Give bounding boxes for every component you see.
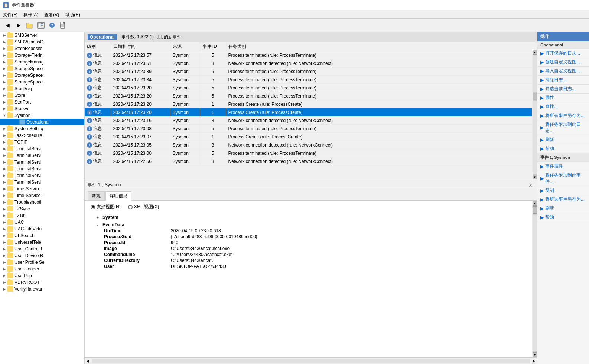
sidebar-item-uac-filevirt[interactable]: ▶ UAC-FileVirtu: [0, 226, 84, 232]
sidebar-item-storagemanag[interactable]: ▶ StorageManag: [0, 59, 84, 65]
sidebar-item-smbserver[interactable]: ▶ SMBServer: [0, 32, 84, 39]
sidebar-item-uisearch[interactable]: ▶ UI-Search: [0, 232, 84, 239]
radio-friendly-view[interactable]: 友好视图(N): [91, 204, 121, 210]
horizontal-scroll-track[interactable]: [92, 359, 530, 363]
scroll-left-btn[interactable]: ◀: [85, 359, 91, 363]
action-event-properties[interactable]: ▶ 事件属性: [537, 162, 589, 171]
expand-icon: ▶: [1, 46, 7, 52]
menu-file[interactable]: 文件(F): [0, 11, 20, 17]
sidebar-item-userloader[interactable]: ▶ User-Loader: [0, 266, 84, 272]
table-row[interactable]: i信息2020/4/15 17:23:20Sysmon1Process Crea…: [85, 108, 537, 117]
table-row[interactable]: i信息2020/4/15 17:23:07Sysmon1Process Crea…: [85, 133, 537, 141]
cell-level: i信息: [85, 108, 111, 117]
back-button[interactable]: ◀: [2, 20, 13, 30]
sidebar-item-terminalservi3[interactable]: ▶ TerminalServi: [0, 159, 84, 165]
sidebar-item-storsvc[interactable]: ▶ Storsvc: [0, 105, 84, 112]
sidebar-item-vdrvroot[interactable]: ▶ VDRVROOT: [0, 279, 84, 286]
menu-action[interactable]: 操作(A): [20, 11, 41, 17]
action-help2[interactable]: ▶ 帮助: [537, 213, 589, 222]
vertical-scrollbar[interactable]: ▲ ▼: [532, 50, 537, 180]
sidebar-item-userdevice[interactable]: ▶ User Device R: [0, 252, 84, 259]
table-row[interactable]: i信息2020/4/15 17:22:56Sysmon3Network conn…: [85, 157, 537, 165]
sidebar-item-usercontrol[interactable]: ▶ User Control F: [0, 246, 84, 252]
system-section-header[interactable]: + System: [97, 214, 531, 220]
sidebar-item-userprofile[interactable]: ▶ User Profile Se: [0, 259, 84, 266]
detail-scrollbar[interactable]: ▲ ▼: [532, 201, 537, 357]
action-open-saved-log[interactable]: ▶ 打开保存的日志...: [537, 49, 589, 58]
sidebar-item-tzutil[interactable]: ▶ TZUtil: [0, 212, 84, 219]
sidebar-item-storport[interactable]: ▶ StorPort: [0, 99, 84, 105]
table-row[interactable]: i信息2020/4/15 17:23:20Sysmon5Process term…: [85, 84, 537, 92]
sidebar-item-terminalservi1[interactable]: ▶ TerminalServi: [0, 145, 84, 152]
sidebar-item-tcpip[interactable]: ▶ TCPIP: [0, 139, 84, 145]
sidebar-item-terminalservi2[interactable]: ▶ TerminalServi: [0, 152, 84, 159]
sidebar-item-timeservice2[interactable]: ▶ Time-Service-: [0, 192, 84, 199]
action-save-selected[interactable]: ▶ 将所选事件另存为...: [537, 195, 589, 204]
sidebar-item-tzsync[interactable]: ▶ TZSync: [0, 206, 84, 212]
table-row[interactable]: i信息2020/4/15 17:23:08Sysmon5Process term…: [85, 125, 537, 133]
table-row[interactable]: i信息2020/4/15 17:23:34Sysmon5Process term…: [85, 76, 537, 84]
event-table-scroll[interactable]: 级别 日期和时间 来源 事件 ID 任务类别 i信息2020/4/15 17:2…: [85, 42, 537, 180]
sidebar-item-operational[interactable]: Operational: [0, 119, 84, 125]
sidebar-item-store[interactable]: ▶ Store: [0, 92, 84, 99]
table-row[interactable]: i信息2020/4/15 17:23:57Sysmon5Process term…: [85, 51, 537, 59]
table-row[interactable]: i信息2020/4/15 17:23:05Sysmon3Network conn…: [85, 141, 537, 149]
eventdata-section-header[interactable]: - EventData: [97, 222, 531, 228]
sidebar-item-terminalservi5[interactable]: ▶ TerminalServi: [0, 172, 84, 179]
sidebar-item-taskschedule[interactable]: ▶ TaskSchedule: [0, 132, 84, 139]
sidebar-item-verifyhardware[interactable]: ▶ VerifyHardwar: [0, 286, 84, 292]
action-save-all-events[interactable]: ▶ 将所有事件另存为...: [537, 111, 589, 120]
action-clear-log[interactable]: ▶ 清除日志...: [537, 76, 589, 85]
sidebar-item-smbwitness[interactable]: ▶ SMBWitnessC: [0, 39, 84, 45]
action-panel-header: 操作: [537, 32, 589, 41]
action-icon: ▶: [540, 215, 544, 220]
sidebar-item-storagespace3[interactable]: ▶ StorageSpace: [0, 79, 84, 85]
action-copy[interactable]: ▶ 复制: [537, 186, 589, 195]
action-help1[interactable]: ▶ 帮助: [537, 144, 589, 153]
action-refresh2[interactable]: ▶ 刷新: [537, 204, 589, 213]
open-button[interactable]: [25, 20, 35, 30]
sidebar-item-storagespace1[interactable]: ▶ StorageSpace: [0, 65, 84, 72]
table-row[interactable]: i信息2020/4/15 17:23:20Sysmon5Process term…: [85, 92, 537, 100]
sidebar-item-stordiag[interactable]: ▶ StorDiag: [0, 85, 84, 92]
action-import-custom-view[interactable]: ▶ 导入自定义视图...: [537, 67, 589, 76]
sidebar-item-systemsetting[interactable]: ▶ SystemSetting: [0, 125, 84, 132]
action-refresh[interactable]: ▶ 刷新: [537, 135, 589, 144]
doc-button[interactable]: [58, 20, 68, 30]
sidebar-item-terminalservi6[interactable]: ▶ TerminalServi: [0, 179, 84, 186]
cell-task: Process terminated (rule: ProcessTermina…: [226, 84, 537, 92]
sidebar-item-timeservice1[interactable]: ▶ Time-Service: [0, 186, 84, 192]
action-find[interactable]: ▶ 查找...: [537, 102, 589, 111]
sidebar-item-troubleshoot[interactable]: ▶ Troubleshooti: [0, 199, 84, 206]
sidebar-item-storagetiering[interactable]: ▶ Storage-Tierin: [0, 52, 84, 59]
close-button[interactable]: ✕: [527, 182, 534, 188]
table-row[interactable]: i信息2020/4/15 17:23:16Sysmon3Network conn…: [85, 117, 537, 125]
scroll-right-btn[interactable]: ▶: [531, 359, 537, 363]
forward-button[interactable]: ▶: [13, 20, 24, 30]
sidebar-item-terminalservi4[interactable]: ▶ TerminalServi: [0, 165, 84, 172]
radio-xml-view[interactable]: XML 视图(X): [128, 204, 159, 210]
action-attach-event-task[interactable]: ▶ 将任务附加到此事件...: [537, 171, 589, 186]
table-row[interactable]: i信息2020/4/15 17:23:51Sysmon3Network conn…: [85, 59, 537, 68]
sidebar-item-userpnp[interactable]: ▶ UserPnp: [0, 272, 84, 279]
action-properties[interactable]: ▶ 属性: [537, 94, 589, 102]
sidebar-item-uac[interactable]: ▶ UAC: [0, 219, 84, 226]
detail-bottom-scrollbar[interactable]: ◀ ▶: [85, 357, 537, 364]
sidebar-item-storagespace2[interactable]: ▶ StorageSpace: [0, 72, 84, 79]
help-button[interactable]: ?: [47, 20, 57, 30]
table-row[interactable]: i信息2020/4/15 17:23:20Sysmon1Process Crea…: [85, 100, 537, 108]
sidebar-item-universaltele[interactable]: ▶ UniversalTele: [0, 239, 84, 246]
tab-details[interactable]: 详细信息: [105, 191, 131, 201]
menu-help[interactable]: 帮助(H): [62, 11, 83, 17]
action-attach-task[interactable]: ▶ 将任务附加到此日志...: [537, 120, 589, 135]
view-button[interactable]: [36, 20, 46, 30]
action-create-custom-view[interactable]: ▶ 创建自定义视图...: [537, 58, 589, 67]
table-row[interactable]: i信息2020/4/15 17:23:00Sysmon5Process term…: [85, 149, 537, 157]
table-row[interactable]: i信息2020/4/15 17:23:39Sysmon5Process term…: [85, 68, 537, 76]
info-icon: i: [87, 126, 92, 131]
tab-general[interactable]: 常规: [88, 191, 105, 200]
sidebar-item-sysmon[interactable]: ▼ Sysmon: [0, 112, 84, 119]
action-filter-log[interactable]: ▶ 筛选当前日志...: [537, 85, 589, 94]
menu-view[interactable]: 查看(V): [41, 11, 62, 17]
sidebar-item-staterepo[interactable]: ▶ StateReposito: [0, 45, 84, 52]
